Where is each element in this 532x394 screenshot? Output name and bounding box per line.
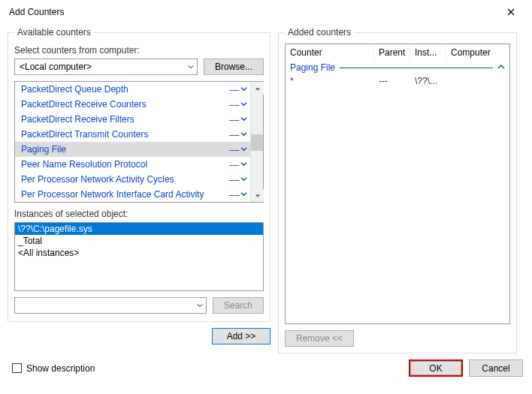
added-group-row[interactable]: Paging File	[286, 61, 509, 74]
counter-label: PacketDirect Transmit Counters	[21, 129, 226, 140]
chevron-down-icon	[240, 129, 247, 140]
counter-listbox[interactable]: PacketDirect Queue Depth-----PacketDirec…	[14, 81, 264, 203]
counter-item[interactable]: PacketDirect Receive Filters-----	[15, 112, 250, 127]
remove-button[interactable]: Remove <<	[285, 330, 354, 347]
counter-label: Peer Name Resolution Protocol	[21, 159, 226, 170]
counter-label: PacketDirect Receive Filters	[21, 114, 226, 125]
counter-label: PacketDirect Receive Counters	[21, 99, 226, 110]
scroll-up-icon[interactable]	[251, 82, 264, 95]
search-button[interactable]: Search	[213, 297, 264, 314]
col-computer[interactable]: Computer	[446, 44, 509, 61]
cell-inst: \??\...	[415, 76, 451, 86]
chevron-down-icon	[188, 62, 194, 72]
ok-button[interactable]: OK	[409, 359, 463, 377]
chevron-up-icon	[497, 62, 505, 73]
added-listview[interactable]: Counter Parent Inst... Computer Paging F…	[285, 44, 510, 324]
cancel-button[interactable]: Cancel	[469, 359, 523, 377]
counter-dash: -----	[229, 115, 239, 124]
cell-computer	[451, 76, 505, 86]
cell-parent: ---	[379, 76, 415, 86]
counter-item[interactable]: Paging File-----	[15, 142, 250, 157]
counter-dash: -----	[229, 85, 239, 94]
instance-item[interactable]: _Total	[15, 235, 263, 247]
chevron-down-icon	[240, 159, 247, 170]
col-inst[interactable]: Inst...	[410, 44, 446, 61]
checkbox-icon	[12, 363, 22, 373]
counter-dash: -----	[229, 160, 239, 169]
computer-value: <Local computer>	[20, 62, 188, 72]
window-title: Add Counters	[9, 7, 496, 17]
show-description-checkbox[interactable]: Show description	[12, 363, 95, 374]
titlebar: Add Counters	[0, 0, 532, 24]
added-header: Counter Parent Inst... Computer	[286, 44, 509, 61]
group-rule	[340, 68, 493, 68]
show-description-label: Show description	[26, 363, 95, 374]
counter-item[interactable]: Per Processor Network Interface Card Act…	[15, 187, 250, 202]
scroll-down-icon[interactable]	[251, 189, 264, 202]
chevron-down-icon	[240, 189, 247, 200]
available-legend: Available counters	[14, 27, 94, 38]
add-button[interactable]: Add >>	[212, 328, 271, 344]
col-parent[interactable]: Parent	[374, 44, 410, 61]
computer-combo[interactable]: <Local computer>	[14, 59, 198, 75]
available-counters-group: Available counters Select counters from …	[8, 27, 271, 322]
counter-dash: -----	[229, 100, 239, 109]
counter-dash: -----	[229, 130, 239, 139]
counter-label: PacketDirect Queue Depth	[21, 84, 226, 95]
select-computer-label: Select counters from computer:	[14, 45, 264, 56]
counter-item[interactable]: PacketDirect Receive Counters-----	[15, 97, 250, 112]
chevron-down-icon	[240, 99, 247, 110]
instance-item[interactable]: \??\C:\pagefile.sys	[15, 223, 263, 235]
instances-label: Instances of selected object:	[14, 209, 264, 219]
instance-item[interactable]: <All instances>	[15, 247, 263, 259]
scroll-thumb[interactable]	[251, 134, 263, 151]
instances-listbox[interactable]: \??\C:\pagefile.sys_Total<All instances>	[14, 222, 264, 291]
chevron-down-icon	[197, 300, 203, 311]
bottom-bar: Show description OK Cancel	[0, 355, 532, 384]
browse-button[interactable]: Browse...	[204, 59, 264, 75]
added-group-label: Paging File	[290, 62, 335, 73]
counter-dash: -----	[229, 145, 239, 154]
search-combo[interactable]	[14, 297, 207, 314]
counter-dash: -----	[229, 175, 239, 184]
chevron-down-icon	[240, 174, 247, 185]
chevron-down-icon	[240, 84, 247, 95]
added-counters-group: Added counters Counter Parent Inst... Co…	[278, 27, 517, 353]
added-data-row[interactable]: * --- \??\...	[286, 74, 509, 88]
chevron-down-icon	[240, 114, 247, 125]
scrollbar[interactable]	[250, 82, 263, 202]
close-icon[interactable]	[496, 2, 526, 23]
counter-label: Paging File	[21, 144, 226, 155]
counter-dash: -----	[229, 190, 239, 199]
counter-label: Per Processor Network Interface Card Act…	[21, 189, 226, 200]
counter-label: Per Processor Network Activity Cycles	[21, 174, 226, 185]
cell-counter: *	[290, 76, 379, 86]
added-legend: Added counters	[285, 27, 354, 38]
chevron-down-icon	[240, 144, 247, 155]
counter-item[interactable]: PacketDirect Transmit Counters-----	[15, 127, 250, 142]
counter-item[interactable]: Peer Name Resolution Protocol-----	[15, 157, 250, 172]
counter-item[interactable]: Per Processor Network Activity Cycles---…	[15, 172, 250, 187]
counter-item[interactable]: PacketDirect Queue Depth-----	[15, 82, 250, 97]
col-counter[interactable]: Counter	[286, 44, 374, 61]
